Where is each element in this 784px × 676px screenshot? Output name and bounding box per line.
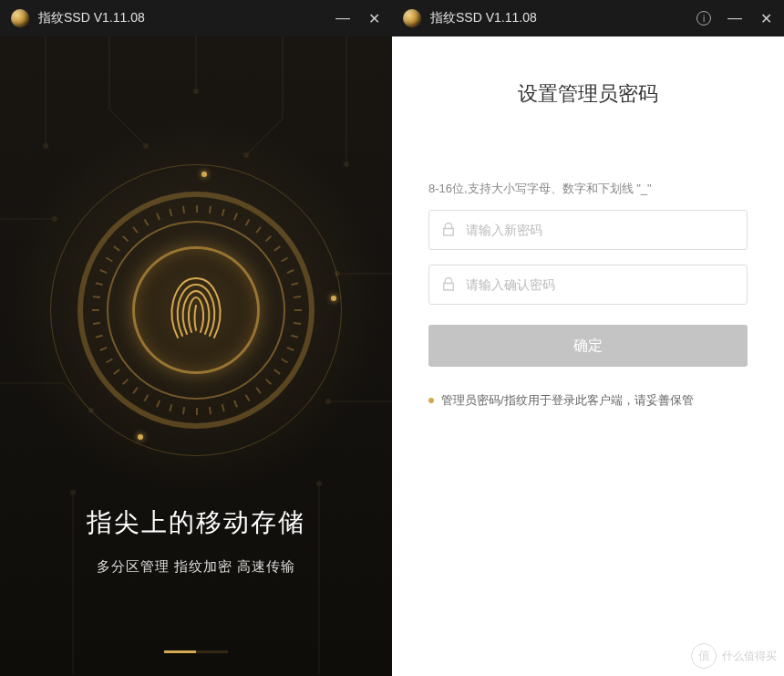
splash-content: 指尖上的移动存储 多分区管理 指纹加密 高速传输 <box>0 36 392 676</box>
svg-point-4 <box>143 143 149 149</box>
app-title: 指纹SSD V1.11.08 <box>430 10 537 26</box>
splash-subtitle: 多分区管理 指纹加密 高速传输 <box>0 558 392 576</box>
password-hint: 8-16位,支持大小写字母、数字和下划线 "_" <box>428 181 748 197</box>
svg-point-20 <box>70 490 76 495</box>
lock-icon <box>440 222 457 238</box>
security-note: 管理员密码/指纹用于登录此客户端，请妥善保管 <box>428 392 748 409</box>
app-icon <box>403 9 421 27</box>
titlebar-right: 指纹SSD V1.11.08 i — ✕ <box>392 0 784 36</box>
svg-point-22 <box>316 481 322 486</box>
loading-progress <box>164 650 228 653</box>
svg-point-1 <box>43 143 48 149</box>
fingerprint-emblem <box>50 164 342 456</box>
svg-point-9 <box>344 161 349 167</box>
watermark-text: 什么值得买 <box>722 649 777 664</box>
setup-window: 指纹SSD V1.11.08 i — ✕ 设置管理员密码 8-16位,支持大小写… <box>392 0 784 676</box>
password-field-wrap <box>428 210 748 250</box>
minimize-button[interactable]: — <box>727 10 742 26</box>
close-button[interactable]: ✕ <box>366 10 381 27</box>
svg-line-3 <box>109 109 146 146</box>
titlebar-left: 指纹SSD V1.11.08 — ✕ <box>0 0 392 36</box>
watermark: 值 什么值得买 <box>691 643 777 669</box>
splash-window: 指纹SSD V1.11.08 — ✕ <box>0 0 392 676</box>
confirm-field-wrap <box>428 265 748 305</box>
confirm-input[interactable] <box>466 277 736 292</box>
submit-button[interactable]: 确定 <box>428 325 748 367</box>
password-form: 设置管理员密码 8-16位,支持大小写字母、数字和下划线 "_" 确定 管理员密… <box>392 36 784 676</box>
svg-point-7 <box>243 152 249 158</box>
svg-point-24 <box>193 88 199 94</box>
form-title: 设置管理员密码 <box>428 80 748 108</box>
close-button[interactable]: ✕ <box>758 10 773 27</box>
fingerprint-icon <box>150 265 242 356</box>
splash-title: 指尖上的移动存储 <box>0 505 392 540</box>
minimize-button[interactable]: — <box>335 10 350 26</box>
lock-icon <box>440 276 457 293</box>
svg-line-6 <box>246 119 283 155</box>
password-input[interactable] <box>466 223 736 237</box>
info-button[interactable]: i <box>696 11 711 26</box>
app-icon <box>11 9 29 27</box>
app-title: 指纹SSD V1.11.08 <box>38 10 145 26</box>
watermark-badge: 值 <box>691 643 717 669</box>
